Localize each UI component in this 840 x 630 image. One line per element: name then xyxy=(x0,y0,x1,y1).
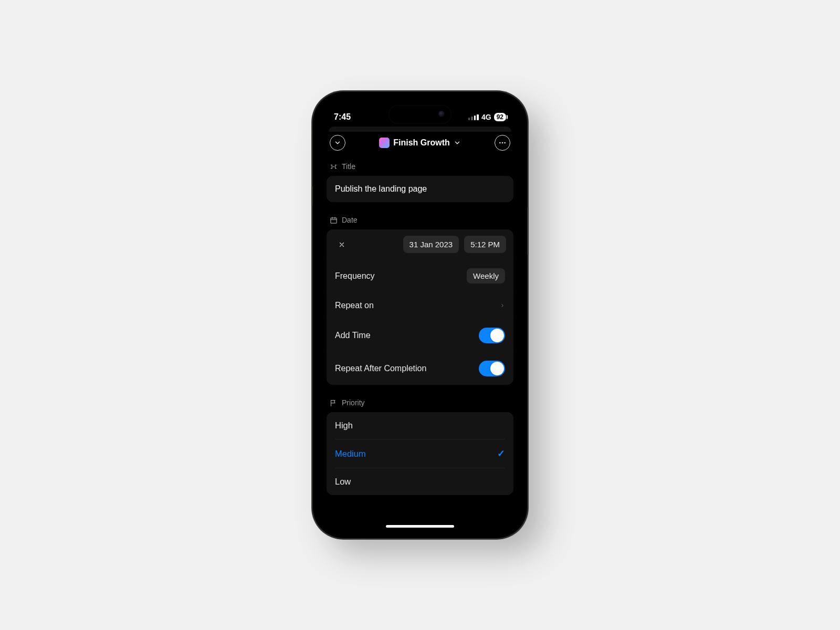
repeat-on-row[interactable]: Repeat on xyxy=(327,292,513,319)
frequency-label: Frequency xyxy=(335,271,375,281)
text-cursor-icon xyxy=(330,163,338,171)
svg-rect-3 xyxy=(331,218,337,223)
battery-indicator: 92 xyxy=(494,113,506,121)
signal-icon xyxy=(468,114,479,120)
background-card-peek xyxy=(329,127,511,132)
add-time-label: Add Time xyxy=(335,331,371,340)
content-area: Finish Growth Title Publish the landing … xyxy=(319,127,521,532)
date-chip[interactable]: 31 Jan 2023 xyxy=(403,236,459,253)
priority-option-medium[interactable]: Medium ✓ xyxy=(327,439,513,468)
priority-card: High Medium ✓ Low xyxy=(327,412,513,495)
chevron-down-circle-icon xyxy=(334,139,341,146)
add-time-row: Add Time xyxy=(327,319,513,352)
dynamic-island xyxy=(389,106,451,123)
frequency-row[interactable]: Frequency Weekly xyxy=(327,259,513,292)
chevron-down-icon xyxy=(454,139,461,146)
date-pickers-row: 31 Jan 2023 5:12 PM xyxy=(327,229,513,259)
add-time-toggle[interactable] xyxy=(479,328,505,343)
repeat-after-toggle[interactable] xyxy=(479,361,505,376)
repeat-after-completion-row: Repeat After Completion xyxy=(327,352,513,385)
battery-level: 92 xyxy=(497,113,503,121)
status-right: 4G 92 xyxy=(468,113,506,121)
repeat-after-label: Repeat After Completion xyxy=(335,364,426,373)
date-label-text: Date xyxy=(342,216,358,224)
flag-icon xyxy=(330,399,338,407)
svg-point-0 xyxy=(499,142,501,144)
svg-point-2 xyxy=(504,142,506,144)
priority-option-low[interactable]: Low xyxy=(327,468,513,495)
time-chip[interactable]: 5:12 PM xyxy=(464,236,506,253)
priority-option-label: Low xyxy=(335,477,351,487)
title-section-label: Title xyxy=(327,162,513,176)
title-card: Publish the landing page xyxy=(327,176,513,202)
frequency-value: Weekly xyxy=(467,268,505,284)
network-type: 4G xyxy=(481,113,491,121)
phone-frame: 7:45 4G 92 Finish Growth xyxy=(313,92,527,538)
priority-option-high[interactable]: High xyxy=(327,412,513,439)
project-name: Finish Growth xyxy=(393,138,450,148)
home-indicator[interactable] xyxy=(386,525,454,528)
clear-date-button[interactable] xyxy=(334,237,350,253)
date-section-label: Date xyxy=(327,216,513,229)
project-selector[interactable]: Finish Growth xyxy=(379,138,461,148)
priority-label-text: Priority xyxy=(342,398,365,407)
calendar-icon xyxy=(330,216,338,224)
more-button[interactable] xyxy=(495,135,510,151)
check-icon: ✓ xyxy=(497,448,505,459)
phone-screen: 7:45 4G 92 Finish Growth xyxy=(319,98,521,532)
priority-option-label: High xyxy=(335,421,353,430)
close-icon xyxy=(338,241,345,248)
priority-section-label: Priority xyxy=(327,398,513,412)
status-time: 7:45 xyxy=(334,112,351,122)
navbar: Finish Growth xyxy=(327,135,513,151)
chevron-right-icon xyxy=(500,302,505,309)
project-avatar xyxy=(379,138,390,148)
ellipsis-icon xyxy=(498,139,507,147)
svg-point-1 xyxy=(502,142,503,144)
date-card: 31 Jan 2023 5:12 PM Frequency Weekly Rep… xyxy=(327,229,513,385)
title-input[interactable]: Publish the landing page xyxy=(327,176,513,202)
priority-option-label: Medium xyxy=(335,449,366,459)
repeat-on-label: Repeat on xyxy=(335,301,374,310)
title-label-text: Title xyxy=(342,162,355,171)
collapse-button[interactable] xyxy=(330,135,345,151)
